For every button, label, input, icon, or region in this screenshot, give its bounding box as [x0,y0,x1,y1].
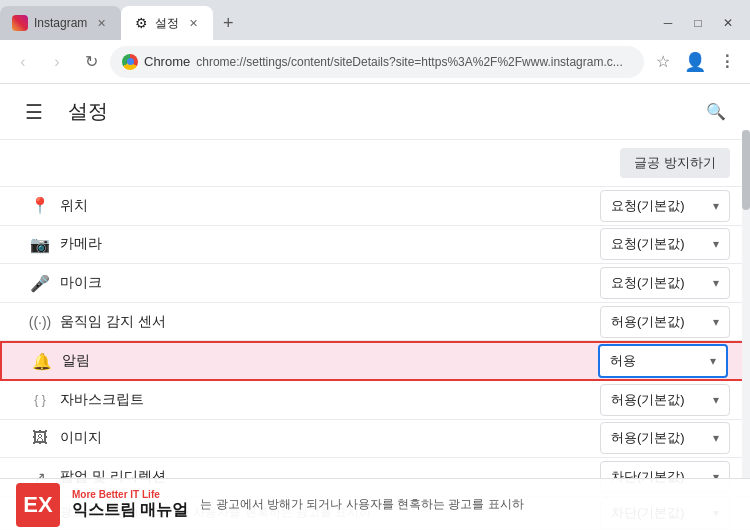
javascript-arrow: ▾ [713,393,719,407]
toolbar-actions: ☆ 👤 ⋮ [648,47,742,77]
location-value: 요청(기본값) [611,197,707,215]
permission-row-microphone: 🎤 마이크 요청(기본값) ▾ [0,264,750,303]
window-controls: ─ □ ✕ [654,12,750,40]
location-arrow: ▾ [713,199,719,213]
bookmark-button[interactable]: ☆ [648,47,678,77]
tab-settings-close[interactable]: ✕ [185,15,201,31]
microphone-select[interactable]: 요청(기본값) ▾ [600,267,730,299]
permission-row-images: 🖼 이미지 허용(기본값) ▾ [0,420,750,459]
javascript-value: 허용(기본값) [611,391,707,409]
minimize-button[interactable]: ─ [654,12,682,34]
javascript-label: 자바스크립트 [60,391,600,409]
instagram-tab-icon [12,15,28,31]
images-label: 이미지 [60,429,600,447]
images-icon: 🖼 [20,429,60,447]
location-select[interactable]: 요청(기본값) ▾ [600,190,730,222]
scroll-thumb[interactable] [742,130,750,210]
tab-bar: Instagram ✕ ⚙ 설정 ✕ + ─ □ ✕ [0,0,750,40]
images-arrow: ▾ [713,431,719,445]
watermark-description: 는 광고에서 방해가 되거나 사용자를 현혹하는 광고를 표시하 [200,496,734,513]
brand-name: 익스트림 매뉴얼 [72,500,188,521]
motion-label: 움직임 감지 센서 [60,313,600,331]
motion-select[interactable]: 허용(기본값) ▾ [600,306,730,338]
permission-row-camera: 📷 카메라 요청(기본값) ▾ [0,226,750,265]
new-tab-button[interactable]: + [213,6,243,40]
page-title: 설정 [68,98,108,125]
tab-instagram-close[interactable]: ✕ [93,15,109,31]
back-button[interactable]: ‹ [8,47,38,77]
search-button[interactable]: 🔍 [698,94,734,130]
settings-header: ☰ 설정 🔍 [0,84,750,140]
permission-row-motion: ((·)) 움직임 감지 센서 허용(기본값) ▾ [0,303,750,342]
brand-logo: EX [16,483,60,527]
permission-row-notifications: 🔔 알림 허용 ▾ [0,341,750,381]
profile-button[interactable]: 👤 [680,47,710,77]
toolbar: ‹ › ↻ Chrome chrome://settings/content/s… [0,40,750,84]
menu-button[interactable]: ⋮ [712,47,742,77]
address-bar[interactable]: Chrome chrome://settings/content/siteDet… [110,46,644,78]
camera-label: 카메라 [60,235,600,253]
settings-tab-icon: ⚙ [133,15,149,31]
microphone-label: 마이크 [60,274,600,292]
permission-row-javascript: { } 자바스크립트 허용(기본값) ▾ [0,381,750,420]
notifications-label: 알림 [62,352,598,370]
notifications-arrow: ▾ [710,354,716,368]
forward-button[interactable]: › [42,47,72,77]
chrome-label: Chrome [144,54,190,69]
address-url: chrome://settings/content/siteDetails?si… [196,55,632,69]
maximize-button[interactable]: □ [684,12,712,34]
notifications-select[interactable]: 허용 ▾ [598,344,728,378]
images-value: 허용(기본값) [611,429,707,447]
block-ads-button[interactable]: 글공 방지하기 [620,148,730,178]
tab-settings-label: 설정 [155,15,179,32]
microphone-icon: 🎤 [20,274,60,293]
settings-page: ☰ 설정 🔍 글공 방지하기 📍 위치 요청(기본값) ▾ 📷 [0,84,750,530]
hamburger-menu[interactable]: ☰ [16,94,52,130]
chrome-security-icon [122,54,138,70]
images-select[interactable]: 허용(기본값) ▾ [600,422,730,454]
microphone-arrow: ▾ [713,276,719,290]
brand-tag: More Better IT Life [72,489,188,500]
top-partial-row: 글공 방지하기 [0,140,750,187]
tab-settings[interactable]: ⚙ 설정 ✕ [121,6,213,40]
motion-arrow: ▾ [713,315,719,329]
close-button[interactable]: ✕ [714,12,742,34]
camera-value: 요청(기본값) [611,235,707,253]
browser-window: Instagram ✕ ⚙ 설정 ✕ + ─ □ ✕ ‹ › ↻ Chrome … [0,0,750,530]
location-icon: 📍 [20,196,60,215]
notifications-value: 허용 [610,352,704,370]
brand-info: More Better IT Life 익스트림 매뉴얼 [72,489,188,521]
camera-arrow: ▾ [713,237,719,251]
logo-text: EX [23,492,52,518]
microphone-value: 요청(기본값) [611,274,707,292]
notifications-icon: 🔔 [22,352,62,371]
camera-select[interactable]: 요청(기본값) ▾ [600,228,730,260]
javascript-select[interactable]: 허용(기본값) ▾ [600,384,730,416]
location-label: 위치 [60,197,600,215]
permission-row-location: 📍 위치 요청(기본값) ▾ [0,187,750,226]
settings-content[interactable]: 글공 방지하기 📍 위치 요청(기본값) ▾ 📷 카메라 요청(기본값) ▾ [0,140,750,530]
scrollbar[interactable] [742,130,750,478]
motion-value: 허용(기본값) [611,313,707,331]
javascript-icon: { } [20,393,60,407]
tab-instagram-label: Instagram [34,16,87,30]
tab-instagram[interactable]: Instagram ✕ [0,6,121,40]
watermark-bar: EX More Better IT Life 익스트림 매뉴얼 는 광고에서 방… [0,478,750,530]
motion-icon: ((·)) [20,314,60,330]
camera-icon: 📷 [20,235,60,254]
refresh-button[interactable]: ↻ [76,47,106,77]
